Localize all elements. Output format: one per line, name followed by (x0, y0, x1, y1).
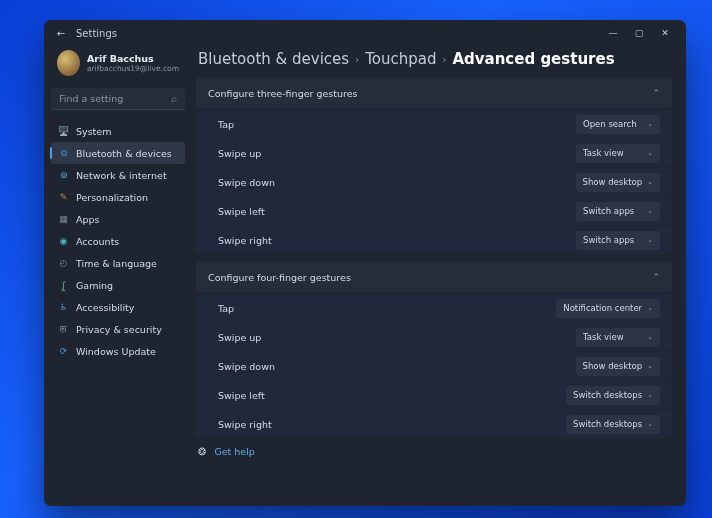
nav-icon: ⨜ (58, 280, 69, 291)
search-placeholder: Find a setting (59, 93, 171, 104)
gesture-dropdown[interactable]: Task view⌄ (576, 144, 660, 163)
dropdown-value: Show desktop (583, 177, 643, 187)
search-input[interactable]: Find a setting ⌕ (51, 88, 185, 110)
help-label: Get help (214, 446, 255, 457)
sidebar-item-network-internet[interactable]: ⊚Network & internet (51, 164, 185, 186)
gesture-row: Swipe leftSwitch apps⌄ (196, 197, 672, 225)
profile-email: arifbacchus19@live.com (87, 64, 179, 73)
nav-label: Windows Update (76, 346, 156, 357)
sidebar-item-accessibility[interactable]: ♿Accessibility (51, 296, 185, 318)
nav-icon: ⊚ (58, 170, 69, 181)
dropdown-value: Open search (583, 119, 637, 129)
gesture-label: Swipe up (218, 148, 576, 159)
breadcrumb-item[interactable]: Bluetooth & devices (198, 50, 349, 68)
dropdown-value: Switch apps (583, 206, 634, 216)
nav-label: Time & language (76, 258, 157, 269)
dropdown-value: Switch desktops (573, 390, 642, 400)
dropdown-value: Notification center (563, 303, 642, 313)
nav-icon: ⛨ (58, 324, 69, 335)
gesture-label: Swipe right (218, 235, 576, 246)
chevron-right-icon: › (442, 54, 446, 65)
chevron-down-icon: ⌄ (647, 362, 653, 370)
back-button[interactable]: ← (52, 28, 70, 39)
profile[interactable]: Arif Bacchus arifbacchus19@live.com (51, 46, 185, 86)
gesture-dropdown[interactable]: Switch desktops⌄ (566, 386, 660, 405)
sidebar-item-personalization[interactable]: ✎Personalization (51, 186, 185, 208)
chevron-down-icon: ⌄ (647, 207, 653, 215)
gesture-label: Tap (218, 303, 556, 314)
chevron-down-icon: ⌄ (647, 391, 653, 399)
chevron-up-icon: ⌃ (652, 272, 660, 282)
nav-icon: 🖥️ (58, 126, 69, 137)
gesture-row: Swipe rightSwitch apps⌄ (196, 226, 672, 254)
nav-icon: ▦ (58, 214, 69, 225)
sidebar-item-privacy-security[interactable]: ⛨Privacy & security (51, 318, 185, 340)
nav-label: Apps (76, 214, 100, 225)
sidebar-item-system[interactable]: 🖥️System (51, 120, 185, 142)
sidebar-item-time-language[interactable]: ◴Time & language (51, 252, 185, 274)
search-icon: ⌕ (171, 93, 177, 104)
sidebar-item-apps[interactable]: ▦Apps (51, 208, 185, 230)
chevron-down-icon: ⌄ (647, 120, 653, 128)
gesture-row: TapNotification center⌄ (196, 294, 672, 322)
gesture-dropdown[interactable]: Notification center⌄ (556, 299, 660, 318)
gesture-label: Swipe right (218, 419, 566, 430)
gesture-row: Swipe upTask view⌄ (196, 139, 672, 167)
section-title: Configure four-finger gestures (208, 272, 652, 283)
nav-label: Network & internet (76, 170, 167, 181)
sidebar-item-windows-update[interactable]: ⟳Windows Update (51, 340, 185, 362)
titlebar: ← Settings — ▢ ✕ (44, 20, 686, 46)
gesture-dropdown[interactable]: Task view⌄ (576, 328, 660, 347)
gesture-row: Swipe upTask view⌄ (196, 323, 672, 351)
dropdown-value: Switch apps (583, 235, 634, 245)
sidebar-item-gaming[interactable]: ⨜Gaming (51, 274, 185, 296)
nav-icon: ♿ (58, 302, 69, 313)
nav-label: Accessibility (76, 302, 134, 313)
breadcrumb-item[interactable]: Touchpad (365, 50, 436, 68)
gesture-dropdown[interactable]: Switch desktops⌄ (566, 415, 660, 434)
main-content: Bluetooth & devices › Touchpad › Advance… (192, 46, 686, 506)
chevron-down-icon: ⌄ (647, 236, 653, 244)
gesture-dropdown[interactable]: Switch apps⌄ (576, 231, 660, 250)
dropdown-value: Show desktop (583, 361, 643, 371)
nav-label: Personalization (76, 192, 148, 203)
sidebar-item-bluetooth-devices[interactable]: ⧉Bluetooth & devices (51, 142, 185, 164)
maximize-button[interactable]: ▢ (626, 28, 652, 38)
gesture-label: Swipe down (218, 361, 576, 372)
gesture-row: Swipe leftSwitch desktops⌄ (196, 381, 672, 409)
nav-icon: ⧉ (58, 148, 69, 159)
gesture-section: Configure three-finger gestures⌃TapOpen … (196, 78, 672, 254)
close-button[interactable]: ✕ (652, 28, 678, 38)
gesture-label: Swipe left (218, 390, 566, 401)
dropdown-value: Task view (583, 332, 624, 342)
gesture-row: Swipe rightSwitch desktops⌄ (196, 410, 672, 438)
help-icon: ❂ (198, 446, 206, 457)
gesture-row: Swipe downShow desktop⌄ (196, 352, 672, 380)
get-help-link[interactable]: ❂ Get help (196, 446, 672, 457)
gesture-section: Configure four-finger gestures⌃TapNotifi… (196, 262, 672, 438)
chevron-down-icon: ⌄ (647, 178, 653, 186)
sidebar-item-accounts[interactable]: ◉Accounts (51, 230, 185, 252)
section-header[interactable]: Configure four-finger gestures⌃ (196, 262, 672, 292)
section-header[interactable]: Configure three-finger gestures⌃ (196, 78, 672, 108)
section-title: Configure three-finger gestures (208, 88, 652, 99)
gesture-dropdown[interactable]: Open search⌄ (576, 115, 660, 134)
dropdown-value: Task view (583, 148, 624, 158)
nav-icon: ✎ (58, 192, 69, 203)
nav-icon: ⟳ (58, 346, 69, 357)
chevron-down-icon: ⌄ (647, 149, 653, 157)
dropdown-value: Switch desktops (573, 419, 642, 429)
gesture-dropdown[interactable]: Show desktop⌄ (576, 357, 660, 376)
gesture-dropdown[interactable]: Show desktop⌄ (576, 173, 660, 192)
minimize-button[interactable]: — (600, 28, 626, 38)
nav-label: Bluetooth & devices (76, 148, 172, 159)
sidebar: Arif Bacchus arifbacchus19@live.com Find… (44, 46, 192, 506)
chevron-down-icon: ⌄ (647, 333, 653, 341)
nav-label: Privacy & security (76, 324, 162, 335)
profile-name: Arif Bacchus (87, 53, 179, 64)
gesture-row: Swipe downShow desktop⌄ (196, 168, 672, 196)
gesture-dropdown[interactable]: Switch apps⌄ (576, 202, 660, 221)
chevron-right-icon: › (355, 54, 359, 65)
breadcrumb: Bluetooth & devices › Touchpad › Advance… (196, 50, 672, 68)
nav-icon: ◉ (58, 236, 69, 247)
